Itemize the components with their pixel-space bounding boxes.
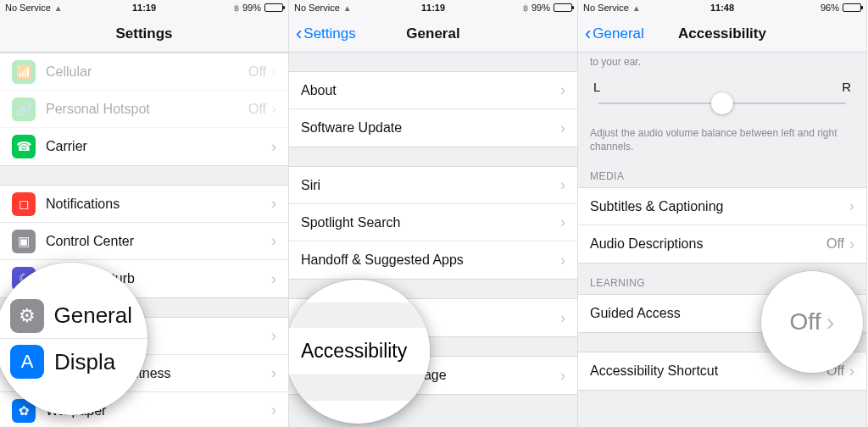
status-bar: No Service ▲ 11:19 ฿ 99%	[0, 0, 288, 15]
row-software-update[interactable]: Software Update ›	[289, 109, 577, 147]
handoff-label: Handoff & Suggested Apps	[301, 252, 560, 268]
hotspot-icon: 🔗	[12, 97, 36, 121]
screen-accessibility: No Service ▲ 11:48 96% ‹ General Accessi…	[578, 0, 867, 427]
row-control-center[interactable]: ▣ Control Center ›	[0, 223, 288, 260]
cell-label: Cellular	[46, 64, 248, 80]
battery-icon	[264, 3, 283, 12]
screen-general: No Service ▲ 11:19 ฿ 99% ‹ Settings Gene…	[289, 0, 578, 427]
cell-value: Off	[248, 64, 266, 80]
chevron-right-icon: ›	[271, 63, 276, 80]
row-subtitles[interactable]: Subtitles & Captioning ›	[578, 188, 866, 225]
nav-bar: Settings	[0, 15, 288, 53]
group-media: Subtitles & Captioning › Audio Descripti…	[578, 187, 866, 263]
status-bar: No Service ▲ 11:48 96%	[578, 0, 866, 15]
audiodesc-value: Off	[826, 236, 844, 252]
swu-label: Software Update	[301, 120, 560, 136]
battery-icon	[554, 3, 572, 12]
chevron-right-icon: ›	[560, 176, 565, 194]
carrier-label: Carrier	[46, 139, 271, 154]
chevron-right-icon: ›	[560, 214, 565, 231]
row-about[interactable]: About ›	[289, 72, 577, 109]
bluetooth-icon: ฿	[234, 3, 239, 13]
balance-footer: Adjust the audio volume balance between …	[578, 119, 866, 157]
battery-icon	[843, 3, 861, 12]
balance-right-label: R	[842, 80, 851, 94]
cellular-icon: 📶	[12, 60, 36, 84]
row-carrier[interactable]: ☎ Carrier ›	[0, 128, 288, 165]
notifications-icon: ◻	[12, 192, 36, 216]
page-title: Accessibility	[578, 25, 866, 42]
chevron-right-icon: ›	[560, 367, 565, 385]
hotspot-label: Personal Hotspot	[46, 102, 248, 117]
status-bar: No Service ▲ 11:19 ฿ 99%	[289, 0, 577, 15]
display-icon: A	[10, 345, 44, 379]
clock: 11:19	[289, 3, 577, 13]
chevron-right-icon: ›	[271, 232, 276, 250]
gear-icon: ⚙	[10, 299, 44, 333]
notifications-label: Notifications	[46, 197, 271, 212]
clock: 11:48	[578, 3, 866, 13]
chevron-right-icon: ›	[560, 119, 565, 137]
chevron-right-icon: ›	[849, 236, 854, 253]
row-spotlight[interactable]: Spotlight Search ›	[289, 204, 577, 241]
mag-display-label: Displa	[54, 349, 115, 375]
chevron-right-icon: ›	[560, 252, 565, 269]
bluetooth-icon: ฿	[523, 3, 528, 13]
control-center-icon: ▣	[12, 230, 36, 253]
group-connectivity: 📶 Cellular Off › 🔗 Personal Hotspot Off …	[0, 53, 288, 166]
audiodesc-label: Audio Descriptions	[590, 236, 826, 252]
group-about: About › Software Update ›	[289, 71, 577, 147]
group-siri: Siri › Spotlight Search › Handoff & Sugg…	[289, 166, 577, 280]
row-siri[interactable]: Siri ›	[289, 167, 577, 204]
magnifier-off: Off ›	[761, 271, 863, 373]
row-cellular[interactable]: 📶 Cellular Off ›	[0, 53, 288, 91]
nav-bar: ‹ General Accessibility	[578, 15, 866, 53]
chevron-right-icon: ›	[849, 363, 854, 380]
magnifier-general: ⚙ General A Displa	[0, 263, 147, 415]
chevron-right-icon: ›	[271, 138, 276, 156]
chevron-right-icon: ›	[271, 195, 276, 213]
mag-accessibility-label: Accessibility	[301, 340, 407, 363]
screen-settings: No Service ▲ 11:19 ฿ 99% Settings 📶 Cell…	[0, 0, 289, 427]
row-hotspot[interactable]: 🔗 Personal Hotspot Off ›	[0, 91, 288, 128]
nav-bar: ‹ Settings General	[289, 15, 577, 53]
truncated-text: to your ear.	[578, 53, 866, 68]
subtitles-label: Subtitles & Captioning	[590, 199, 849, 214]
row-handoff[interactable]: Handoff & Suggested Apps ›	[289, 241, 577, 279]
chevron-right-icon: ›	[560, 81, 565, 99]
header-media: MEDIA	[578, 157, 866, 187]
slider-thumb[interactable]	[711, 92, 733, 114]
chevron-right-icon: ›	[560, 309, 565, 327]
clock: 11:19	[0, 3, 288, 13]
spotlight-label: Spotlight Search	[301, 215, 560, 230]
row-notifications[interactable]: ◻ Notifications ›	[0, 186, 288, 223]
balance-left-label: L	[593, 80, 600, 94]
mag-general-label: General	[54, 302, 133, 329]
chevron-right-icon: ›	[826, 308, 834, 336]
chevron-right-icon: ›	[271, 270, 276, 288]
audio-balance: L R	[578, 68, 866, 119]
magnifier-accessibility: Accessibility	[289, 280, 430, 424]
chevron-right-icon: ›	[849, 197, 854, 215]
page-title: General	[289, 25, 577, 42]
balance-slider[interactable]	[598, 103, 846, 104]
cc-label: Control Center	[46, 234, 271, 249]
hotspot-value: Off	[248, 102, 266, 117]
chevron-right-icon: ›	[271, 327, 276, 345]
mag-off-value: Off	[790, 308, 821, 336]
carrier-icon: ☎	[12, 135, 36, 158]
page-title: Settings	[0, 25, 288, 42]
siri-label: Siri	[301, 178, 560, 193]
chevron-right-icon: ›	[271, 100, 276, 118]
row-audio-descriptions[interactable]: Audio Descriptions Off ›	[578, 225, 866, 263]
about-label: About	[301, 83, 560, 98]
chevron-right-icon: ›	[271, 402, 276, 419]
chevron-right-icon: ›	[271, 364, 276, 382]
